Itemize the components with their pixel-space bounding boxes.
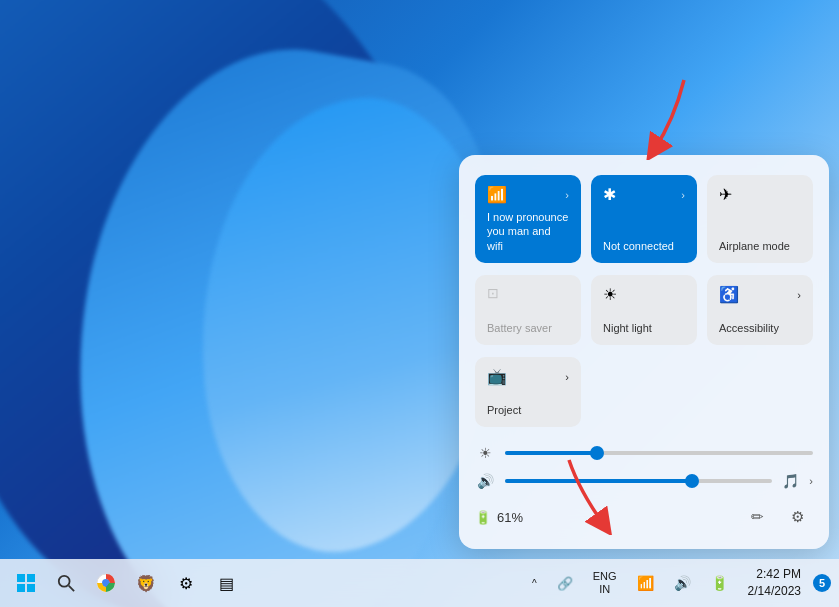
brave-icon: 🦁 bbox=[136, 574, 156, 593]
project-tile[interactable]: 📺 › Project bbox=[475, 357, 581, 427]
battery-taskbar-icon: 🔋 bbox=[711, 575, 728, 591]
edit-icon: ✏ bbox=[751, 508, 764, 526]
time-display: 2:42 PM bbox=[756, 566, 801, 583]
panel-bottom: 🔋 61% ✏ ⚙ bbox=[475, 501, 813, 533]
svg-rect-0 bbox=[17, 574, 25, 582]
volume-taskbar-button[interactable]: 🔊 bbox=[666, 571, 699, 595]
chrome-icon bbox=[96, 573, 116, 593]
quick-tiles-row1: 📶 › I now pronounce you man and wifi ✱ ›… bbox=[475, 175, 813, 263]
edit-button[interactable]: ✏ bbox=[741, 501, 773, 533]
wifi-label: I now pronounce you man and wifi bbox=[487, 210, 569, 253]
settings-button[interactable]: ⚙ bbox=[781, 501, 813, 533]
notification-count: 5 bbox=[819, 577, 825, 589]
chevron-up-icon: ^ bbox=[532, 578, 537, 589]
bluetooth-tile[interactable]: ✱ › Not connected bbox=[591, 175, 697, 263]
wifi-taskbar-button[interactable]: 📶 bbox=[629, 571, 662, 595]
brightness-thumb[interactable] bbox=[590, 446, 604, 460]
battery-saver-tile[interactable]: ⊡ Battery saver bbox=[475, 275, 581, 345]
settings-icon: ⚙ bbox=[791, 508, 804, 526]
brightness-track[interactable] bbox=[505, 451, 813, 455]
volume-slider-row: 🔊 🎵 › bbox=[475, 473, 813, 489]
settings-taskbar-icon: ⚙ bbox=[179, 574, 193, 593]
project-label: Project bbox=[487, 403, 569, 417]
totalcmd-button[interactable]: ▤ bbox=[208, 565, 244, 601]
accessibility-label: Accessibility bbox=[719, 321, 801, 335]
bluetooth-arrow-icon: › bbox=[681, 189, 685, 201]
windows-icon bbox=[17, 574, 35, 592]
airplane-label: Airplane mode bbox=[719, 239, 801, 253]
volume-thumb[interactable] bbox=[685, 474, 699, 488]
volume-fill bbox=[505, 479, 692, 483]
language-label: ENGIN bbox=[593, 570, 617, 596]
start-button[interactable] bbox=[8, 565, 44, 601]
notification-badge[interactable]: 5 bbox=[813, 574, 831, 592]
volume-output-icon: 🎵 bbox=[782, 473, 799, 489]
network-icon: 🔗 bbox=[557, 576, 573, 591]
quick-settings-panel: 📶 › I now pronounce you man and wifi ✱ ›… bbox=[459, 155, 829, 549]
brightness-icon: ☀ bbox=[475, 445, 495, 461]
night-light-icon: ☀ bbox=[603, 285, 617, 304]
battery-percent: 61% bbox=[497, 510, 523, 525]
svg-point-4 bbox=[59, 576, 70, 587]
search-button[interactable] bbox=[48, 565, 84, 601]
project-icon: 📺 bbox=[487, 367, 507, 386]
wifi-icon: 📶 bbox=[487, 185, 507, 204]
wifi-tile[interactable]: 📶 › I now pronounce you man and wifi bbox=[475, 175, 581, 263]
settings-taskbar-button[interactable]: ⚙ bbox=[168, 565, 204, 601]
quick-tiles-row3: 📺 › Project bbox=[475, 357, 813, 427]
brave-button[interactable]: 🦁 bbox=[128, 565, 164, 601]
volume-chevron-icon[interactable]: › bbox=[809, 475, 813, 487]
totalcmd-icon: ▤ bbox=[219, 574, 234, 593]
battery-taskbar-button[interactable]: 🔋 bbox=[703, 571, 736, 595]
volume-icon: 🔊 bbox=[475, 473, 495, 489]
brightness-fill bbox=[505, 451, 597, 455]
svg-rect-3 bbox=[27, 584, 35, 592]
night-light-label: Night light bbox=[603, 321, 685, 335]
wifi-arrow-icon: › bbox=[565, 189, 569, 201]
wifi-taskbar-icon: 📶 bbox=[637, 575, 654, 591]
hidden-icons-button[interactable]: ^ bbox=[524, 574, 545, 593]
battery-info: 🔋 61% bbox=[475, 510, 523, 525]
clock-button[interactable]: 2:42 PM 2/14/2023 bbox=[740, 562, 809, 604]
svg-rect-2 bbox=[17, 584, 25, 592]
panel-actions: ✏ ⚙ bbox=[741, 501, 813, 533]
airplane-tile[interactable]: ✈ Airplane mode bbox=[707, 175, 813, 263]
brightness-slider-row: ☀ bbox=[475, 445, 813, 461]
battery-saver-icon: ⊡ bbox=[487, 285, 499, 301]
quick-tiles-row2: ⊡ Battery saver ☀ Night light ♿ › Access… bbox=[475, 275, 813, 345]
taskbar: 🦁 ⚙ ▤ ^ 🔗 ENGIN 📶 🔊 🔋 2:42 PM 2/14/202 bbox=[0, 559, 839, 607]
accessibility-tile[interactable]: ♿ › Accessibility bbox=[707, 275, 813, 345]
language-button[interactable]: ENGIN bbox=[585, 566, 625, 600]
battery-saver-label: Battery saver bbox=[487, 321, 569, 335]
night-light-tile[interactable]: ☀ Night light bbox=[591, 275, 697, 345]
network-button[interactable]: 🔗 bbox=[549, 572, 581, 595]
accessibility-icon: ♿ bbox=[719, 285, 739, 304]
taskbar-right: ^ 🔗 ENGIN 📶 🔊 🔋 2:42 PM 2/14/2023 5 bbox=[524, 562, 831, 604]
volume-track[interactable] bbox=[505, 479, 772, 483]
airplane-icon: ✈ bbox=[719, 185, 732, 204]
battery-icon: 🔋 bbox=[475, 510, 491, 525]
accessibility-arrow-icon: › bbox=[797, 289, 801, 301]
svg-rect-1 bbox=[27, 574, 35, 582]
bluetooth-label: Not connected bbox=[603, 239, 685, 253]
search-icon bbox=[57, 574, 75, 592]
taskbar-left: 🦁 ⚙ ▤ bbox=[8, 565, 244, 601]
chrome-button[interactable] bbox=[88, 565, 124, 601]
project-arrow-icon: › bbox=[565, 371, 569, 383]
bluetooth-icon: ✱ bbox=[603, 185, 616, 204]
volume-taskbar-icon: 🔊 bbox=[674, 575, 691, 591]
date-display: 2/14/2023 bbox=[748, 583, 801, 600]
svg-line-5 bbox=[69, 586, 74, 591]
